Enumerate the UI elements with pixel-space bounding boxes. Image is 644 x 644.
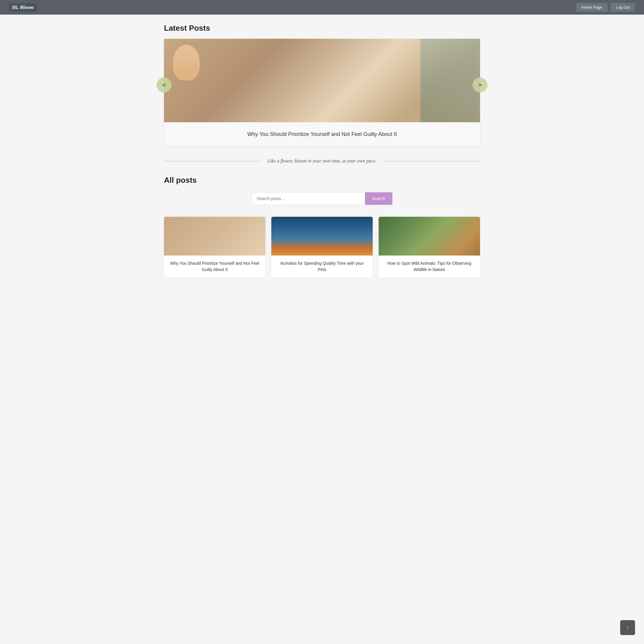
- tagline-line-left: [164, 161, 261, 161]
- post-card-1[interactable]: Why You Should Prioritize Yourself and N…: [164, 217, 265, 278]
- carousel-container: Why You Should Prioritize Yourself and N…: [164, 39, 480, 146]
- post-card-image-2: [271, 217, 373, 256]
- carousel-caption: Why You Should Prioritize Yourself and N…: [164, 122, 480, 146]
- carousel-prev-button[interactable]: <: [157, 78, 171, 92]
- post-image-bg-2: [271, 217, 373, 256]
- navbar-actions: Admin Page Log Out: [576, 3, 635, 12]
- latest-posts-title: Latest Posts: [164, 24, 480, 33]
- main-content: Latest Posts < Why You Should Prioritize…: [158, 15, 486, 287]
- search-input[interactable]: [252, 192, 365, 205]
- tagline-text: Like a flower, bloom in your own time, a…: [267, 158, 376, 164]
- tagline-line-right: [383, 161, 480, 161]
- post-image-bg-1: [164, 217, 265, 256]
- carousel-caption-text: Why You Should Prioritize Yourself and N…: [247, 131, 397, 137]
- post-card-body-3: How to Spot Wild Animals: Tips for Obser…: [379, 256, 480, 278]
- carousel-image: [164, 39, 480, 122]
- post-card-title-3: How to Spot Wild Animals: Tips for Obser…: [383, 260, 475, 273]
- all-posts-title: All posts: [164, 176, 480, 185]
- post-card-3[interactable]: How to Spot Wild Animals: Tips for Obser…: [379, 217, 480, 278]
- post-card-title-2: Activities for Spending Quality Time wit…: [276, 260, 368, 273]
- post-image-bg-3: [379, 217, 480, 256]
- post-card-title-1: Why You Should Prioritize Yourself and N…: [169, 260, 261, 273]
- admin-page-button[interactable]: Admin Page: [576, 3, 608, 12]
- post-card-image-1: [164, 217, 265, 256]
- search-area: Search: [164, 192, 480, 205]
- navbar: Hi, Bloom Admin Page Log Out: [0, 0, 644, 15]
- post-card-body-2: Activities for Spending Quality Time wit…: [271, 256, 373, 278]
- search-button[interactable]: Search: [365, 192, 392, 205]
- logout-button[interactable]: Log Out: [611, 3, 635, 12]
- post-card-2[interactable]: Activities for Spending Quality Time wit…: [271, 217, 373, 278]
- post-card-image-3: [379, 217, 480, 256]
- carousel-next-button[interactable]: >: [473, 78, 487, 92]
- brand-logo: Hi, Bloom: [9, 3, 37, 12]
- carousel-wrapper: < Why You Should Prioritize Yourself and…: [164, 39, 480, 146]
- posts-grid: Why You Should Prioritize Yourself and N…: [164, 217, 480, 278]
- tagline-section: Like a flower, bloom in your own time, a…: [164, 158, 480, 164]
- post-card-body-1: Why You Should Prioritize Yourself and N…: [164, 256, 265, 278]
